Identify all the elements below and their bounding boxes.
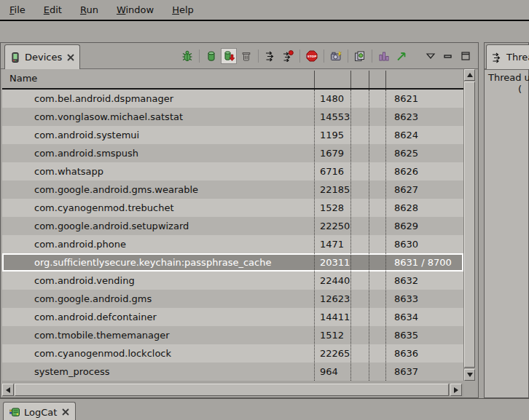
menu-edit[interactable]: Edit — [37, 2, 68, 17]
table-row[interactable]: com.cyanogenmod.lockclock222658636 — [2, 344, 463, 362]
stop-process-icon[interactable]: STOP — [304, 48, 320, 64]
device-capture-icon[interactable] — [352, 48, 368, 64]
table-row[interactable]: com.bel.android.dspmanager14808621 — [2, 90, 463, 108]
toolbar-separator — [297, 49, 303, 63]
horizontal-scroll-thumb[interactable] — [15, 384, 449, 396]
pid-cell: 6716 — [320, 162, 344, 181]
sysinfo-bars-icon[interactable] — [376, 48, 392, 64]
process-name-cell: com.whatsapp — [34, 162, 103, 181]
dump-hprof-icon[interactable] — [221, 48, 237, 64]
toolbar-separator — [369, 49, 375, 63]
port-cell: 8634 — [394, 308, 418, 326]
port-cell: 8632 — [394, 272, 418, 290]
menu-file[interactable]: File — [3, 2, 32, 17]
scroll-left-button[interactable] — [2, 384, 14, 396]
tab-threads[interactable]: Threa — [486, 44, 529, 69]
table-row[interactable]: com.android.smspush16798625 — [2, 144, 463, 162]
process-name-cell: com.google.android.setupwizard — [34, 217, 189, 235]
table-row[interactable]: com.android.phone14718630 — [2, 235, 463, 253]
column-divider[interactable] — [350, 71, 351, 88]
down-arrow-icon — [467, 373, 473, 380]
threads-tab-label: Threa — [506, 52, 529, 63]
process-name-cell: com.cyanogenmod.trebuchet — [34, 199, 174, 217]
method-profiling-icon[interactable] — [280, 48, 296, 64]
port-cell: 8631 / 8700 — [394, 255, 452, 270]
process-name-cell: com.google.android.gms — [34, 290, 152, 308]
table-row[interactable]: com.android.vending224408632 — [2, 272, 463, 290]
vertical-scrollbar[interactable] — [463, 69, 475, 381]
column-divider[interactable] — [369, 71, 369, 88]
right-arrow-icon — [454, 387, 461, 393]
pid-cell: 22250 — [320, 217, 350, 235]
port-cell: 8633 — [394, 290, 418, 308]
table-header: Name — [2, 69, 463, 90]
pid-cell: 1195 — [320, 126, 344, 144]
scroll-down-button[interactable] — [464, 369, 475, 381]
threads-icon — [491, 52, 503, 63]
screen-capture-icon[interactable] — [328, 48, 344, 64]
column-divider[interactable] — [314, 71, 315, 88]
scroll-up-button[interactable] — [464, 69, 475, 81]
process-name-cell: com.tmobile.thememanager — [34, 326, 170, 344]
process-name-cell: com.bel.android.dspmanager — [34, 90, 173, 108]
column-divider[interactable] — [385, 71, 386, 88]
pid-cell: 12623 — [320, 290, 350, 308]
menu-run[interactable]: Run — [74, 2, 105, 17]
process-name-cell: com.android.vending — [34, 272, 135, 290]
devices-view-panel: Devices STOP Name com.bel.android.dspman… — [0, 42, 479, 398]
port-cell: 8623 — [394, 108, 418, 126]
table-row[interactable]: com.android.systemui11958624 — [2, 126, 463, 144]
pid-cell: 14553 — [320, 108, 350, 126]
vertical-scroll-thumb[interactable] — [464, 82, 475, 368]
update-threads-icon[interactable] — [262, 48, 278, 64]
column-header-name[interactable]: Name — [9, 73, 37, 84]
table-row[interactable]: com.google.android.gms126238633 — [2, 290, 463, 308]
up-arrow-icon — [467, 70, 473, 77]
left-arrow-icon — [3, 387, 10, 393]
pid-cell: 1528 — [320, 199, 344, 217]
threads-message-line2: ( — [518, 84, 522, 95]
process-name-cell: com.vonglasow.michael.satstat — [34, 108, 183, 126]
process-name-cell: com.android.defcontainer — [34, 308, 157, 326]
debug-attach-icon[interactable] — [179, 48, 195, 64]
pid-cell: 22185 — [320, 181, 350, 199]
menu-help[interactable]: Help — [165, 2, 200, 17]
toolbar-separator — [255, 49, 262, 63]
table-row[interactable]: com.vonglasow.michael.satstat145538623 — [2, 108, 463, 126]
devices-tabbar: Devices STOP — [1, 43, 478, 69]
tab-logcat[interactable]: LogCat — [3, 402, 76, 420]
process-name-cell: com.android.systemui — [34, 126, 139, 144]
port-cell: 8630 — [394, 235, 418, 253]
scroll-right-button[interactable] — [450, 384, 462, 396]
port-cell: 8627 — [394, 181, 418, 199]
minimize-icon[interactable] — [440, 48, 456, 64]
phone-icon — [9, 52, 21, 63]
table-row[interactable]: com.google.android.setupwizard222508629 — [2, 217, 463, 235]
table-row[interactable]: com.tmobile.thememanager15128635 — [2, 326, 463, 344]
close-icon[interactable] — [60, 408, 70, 417]
threads-view-panel: Threa Thread up ( — [484, 42, 529, 398]
close-icon[interactable] — [66, 52, 75, 62]
chart-arrow-icon[interactable] — [393, 48, 410, 64]
horizontal-scrollbar[interactable] — [2, 384, 463, 397]
update-heap-icon[interactable] — [203, 48, 219, 64]
table-row[interactable]: system_process9648637 — [2, 362, 463, 381]
maximize-icon[interactable] — [458, 48, 474, 64]
menu-window[interactable]: Window — [110, 2, 160, 17]
process-table: com.bel.android.dspmanager14808621com.vo… — [2, 90, 463, 381]
threads-content: Thread up ( — [485, 69, 528, 397]
svg-text:STOP: STOP — [307, 55, 317, 58]
cause-gc-icon[interactable] — [238, 48, 254, 64]
table-row[interactable]: com.google.android.gms.wearable221858627 — [2, 181, 463, 199]
process-name-cell: com.android.smspush — [34, 144, 138, 162]
port-cell: 8625 — [394, 144, 418, 162]
tab-devices[interactable]: Devices — [4, 44, 80, 69]
table-row[interactable]: com.whatsapp67168626 — [2, 162, 463, 181]
process-name-cell: com.google.android.gms.wearable — [34, 181, 198, 199]
table-row[interactable]: com.cyanogenmod.trebuchet15288628 — [2, 199, 463, 217]
process-name-cell: org.sufficientlysecure.keychain:passphra… — [34, 255, 271, 270]
port-cell: 8626 — [394, 162, 418, 181]
table-row-selected[interactable]: org.sufficientlysecure.keychain:passphra… — [2, 253, 463, 272]
view-menu-chevron-icon[interactable] — [423, 48, 439, 64]
table-row[interactable]: com.android.defcontainer144118634 — [2, 308, 463, 326]
